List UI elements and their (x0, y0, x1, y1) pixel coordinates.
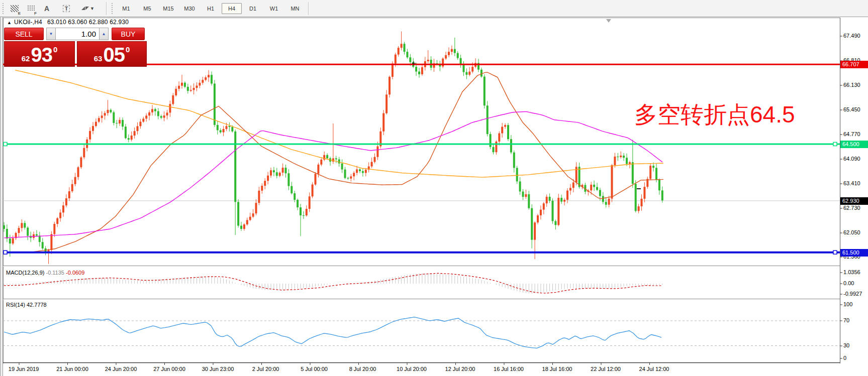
price-badge-66.707: 66.707 (840, 61, 868, 68)
price-tick-label: 66.130 (843, 82, 860, 88)
price-tick-label: 64.090 (843, 156, 860, 162)
date-label: 8 Jul 20:00 (349, 366, 376, 372)
pivot-line-handle (4, 142, 7, 146)
date-label: 10 Jul 20:00 (397, 366, 427, 372)
arrange-arrows-icon[interactable]: ▼ (78, 2, 98, 15)
price-tick-label: 63.410 (843, 180, 860, 186)
rsi-tick-label: 100 (843, 301, 852, 307)
macd-label: MACD(12,26,9) -0.1135 -0.0609 (6, 270, 84, 276)
ma-fast-chocolate (30, 72, 663, 253)
macd-tick-label: -0.9927 (843, 291, 862, 297)
date-label: 12 Jul 20:00 (445, 366, 475, 372)
timeframe-button-h1[interactable]: H1 (201, 3, 221, 14)
price-badge-62.930: 62.930 (840, 197, 868, 205)
sell-price-small: 62 (22, 54, 30, 63)
timeframe-button-d1[interactable]: D1 (243, 3, 263, 14)
sell-price-box[interactable]: 62 93 0 (4, 41, 75, 67)
symbol-triangle-icon: ▲ (7, 20, 12, 25)
rsi-tick-label: 30 (843, 342, 849, 348)
price-tick-label: 64.770 (843, 131, 860, 137)
macd-histogram (4, 273, 662, 294)
grid-f-icon[interactable]: F (24, 2, 37, 15)
pattern-e-icon[interactable]: E (8, 2, 21, 15)
chart-header: ▲UKOil-,H463.010 63.060 62.880 62.930 (7, 19, 129, 26)
sell-button[interactable]: SELL (4, 28, 44, 40)
price-badge-61.500: 61.500 (840, 249, 868, 257)
macd-signal-line (4, 273, 661, 293)
trading-terminal: E F A T ▼ M1M5M15M30H1H4D1W1MN ▲UKOil-,H… (0, 0, 868, 376)
date-label: 19 Jun 2019 (9, 366, 39, 372)
timeframe-button-m15[interactable]: M15 (158, 3, 178, 14)
pivot-line-handle (833, 142, 837, 146)
date-label: 24 Jul 12:00 (639, 366, 669, 372)
volume-input[interactable] (56, 28, 99, 40)
timeframe-button-mn[interactable]: MN (285, 3, 305, 14)
date-label: 24 Jun 20:00 (105, 366, 137, 372)
timeframe-bar: M1M5M15M30H1H4D1W1MN (116, 3, 306, 14)
toolbar-separator (106, 2, 107, 15)
chart-annotation-text: 多空转折点64.5 (634, 99, 795, 131)
price-tick-label: 67.490 (843, 33, 860, 39)
sell-price-big: 93 (31, 45, 52, 65)
timeframe-button-m1[interactable]: M1 (116, 3, 136, 14)
text-a-icon[interactable]: A (40, 2, 53, 15)
volume-decrease-button[interactable]: ▼ (46, 28, 56, 40)
price-tick-label: 62.050 (843, 229, 860, 235)
timeframe-button-w1[interactable]: W1 (264, 3, 284, 14)
window-edge (0, 17, 3, 376)
macd-tick-label: 0.00 (843, 280, 854, 286)
trade-panel: SELL ▼ ▲ BUY 62 93 0 63 05 0 (4, 28, 148, 67)
price-badge-64.500: 64.500 (840, 141, 868, 148)
macd-tick-label: 1.0356 (843, 269, 860, 275)
date-label: 16 Jul 16:00 (494, 366, 524, 372)
textbox-t-icon[interactable]: T (60, 2, 73, 15)
timeframe-button-h4[interactable]: H4 (222, 3, 242, 14)
rsi-line (4, 317, 661, 348)
date-label: 21 Jun 00:00 (56, 366, 88, 372)
date-label: 5 Jul 00:00 (301, 366, 328, 372)
toolbar-grip[interactable] (2, 3, 5, 15)
toolbar: E F A T ▼ M1M5M15M30H1H4D1W1MN (0, 0, 868, 17)
macd-signal-value: -0.0609 (66, 270, 84, 276)
buy-price-box[interactable]: 63 05 0 (77, 41, 147, 67)
buy-button[interactable]: BUY (112, 28, 145, 40)
toolbar-separator-2 (308, 2, 309, 15)
date-label: 22 Jul 12:00 (591, 366, 621, 372)
timeframe-button-m30[interactable]: M30 (179, 3, 200, 14)
volume-increase-button[interactable]: ▲ (99, 28, 109, 40)
timeframe-button-m5[interactable]: M5 (137, 3, 157, 14)
macd-main-value: -0.1135 (46, 270, 64, 276)
symbol-label: UKOil-,H4 (14, 19, 42, 26)
price-tick-label: 65.450 (843, 106, 860, 112)
ohlc-values: 63.010 63.060 62.880 62.930 (47, 19, 129, 26)
price-tick-label: 62.730 (843, 205, 860, 211)
date-label: 18 Jul 16:00 (542, 366, 572, 372)
rsi-value: 42.7778 (27, 302, 47, 308)
buy-price-sup: 0 (126, 45, 130, 54)
support-line-handle (833, 250, 837, 254)
buy-price-big: 05 (103, 45, 125, 65)
chevron-down-icon: ▼ (90, 6, 94, 11)
rsi-tick-label: 0 (843, 355, 846, 361)
sell-price-sup: 0 (53, 45, 57, 54)
support-line-handle (4, 250, 7, 254)
buy-price-small: 63 (94, 54, 103, 63)
date-label: 30 Jun 23:00 (202, 366, 234, 372)
rsi-tick-label: 70 (843, 317, 849, 323)
rsi-label: RSI(14) 42.7778 (6, 302, 47, 308)
chart-shift-marker (606, 19, 611, 23)
toolbar-grip-2[interactable] (111, 3, 114, 15)
date-label: 27 Jun 00:00 (153, 366, 185, 372)
date-label: 2 Jul 20:00 (252, 366, 279, 372)
